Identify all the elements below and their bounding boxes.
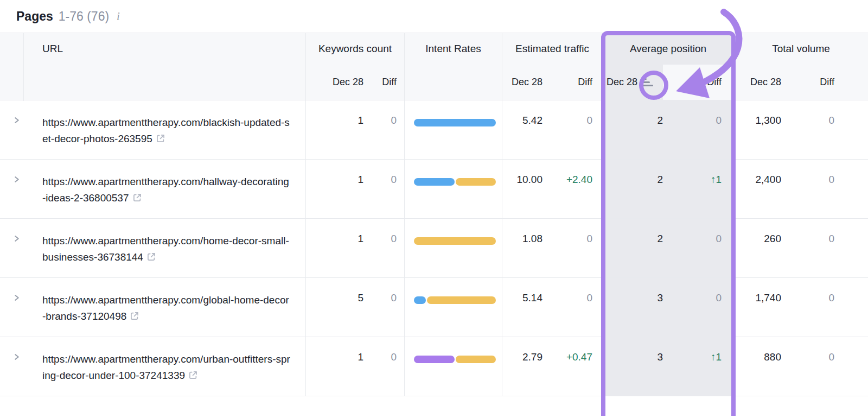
url-wrap: https://www.apartmenttherapy.com/blackis… bbox=[42, 115, 290, 147]
diff-label: Diff bbox=[820, 77, 834, 88]
date-label: Dec 28 bbox=[333, 77, 363, 88]
total-volume-cell-diff: 0 bbox=[781, 351, 868, 363]
total-volume-cell-diff: 0 bbox=[781, 233, 868, 245]
total-volume-cell-value: 260 bbox=[734, 233, 781, 245]
table-row: https://www.apartmenttherapy.com/global-… bbox=[0, 278, 868, 337]
expander-cell bbox=[0, 278, 33, 337]
date-label: Dec 28 bbox=[750, 77, 781, 88]
annotation-circle bbox=[639, 71, 668, 100]
keywords-count-cell-value: 1 bbox=[306, 233, 363, 245]
keywords-count-cell: 50 bbox=[305, 278, 404, 337]
table-header-row: URL Keywords count Dec 28 Diff Intent Ra… bbox=[0, 33, 868, 100]
estimated-traffic-cell-value: 5.42 bbox=[502, 115, 542, 126]
total-volume-label: Total volume bbox=[734, 33, 868, 65]
intent-rates-cell bbox=[404, 337, 502, 396]
url-wrap: https://www.apartmenttherapy.com/home-de… bbox=[42, 233, 290, 265]
intent-rates-cell bbox=[404, 100, 502, 159]
keywords-count-cell-diff: 0 bbox=[363, 292, 404, 304]
keywords-count-cell-diff: 0 bbox=[363, 351, 404, 363]
subcolumn-keywords-date[interactable]: Dec 28 bbox=[306, 65, 363, 100]
page-header: Pages 1-76 (76) i bbox=[0, 0, 868, 33]
page-url[interactable]: https://www.apartmenttherapy.com/global-… bbox=[42, 294, 289, 322]
column-header-intent-rates[interactable]: Intent Rates bbox=[404, 33, 502, 100]
pages-table: URL Keywords count Dec 28 Diff Intent Ra… bbox=[0, 33, 868, 396]
date-label: Dec 28 bbox=[512, 77, 542, 88]
url-wrap: https://www.apartmenttherapy.com/hallway… bbox=[42, 174, 290, 206]
total-volume-cell: 2600 bbox=[733, 219, 868, 277]
intent-segment-yellow bbox=[414, 237, 496, 245]
estimated-traffic-cell-diff: 0 bbox=[542, 292, 602, 304]
info-icon[interactable]: i bbox=[117, 10, 120, 23]
total-volume-cell: 1,7400 bbox=[733, 278, 868, 337]
intent-rate-bar bbox=[414, 237, 496, 245]
estimated-traffic-cell: 10.00+2.40 bbox=[502, 160, 602, 218]
url-cell: https://www.apartmenttherapy.com/global-… bbox=[33, 278, 305, 337]
url-cell: https://www.apartmenttherapy.com/blackis… bbox=[33, 100, 305, 159]
expand-row-button[interactable] bbox=[12, 294, 21, 302]
page-url[interactable]: https://www.apartmenttherapy.com/urban-o… bbox=[42, 353, 290, 381]
total-volume-cell-value: 1,300 bbox=[734, 115, 781, 126]
column-header-estimated-traffic[interactable]: Estimated traffic Dec 28 Diff bbox=[502, 33, 602, 100]
page-range: 1-76 (76) bbox=[59, 9, 109, 24]
expand-row-button[interactable] bbox=[12, 116, 21, 124]
intent-segment-blue bbox=[414, 178, 455, 186]
column-header-keywords-count[interactable]: Keywords count Dec 28 Diff bbox=[305, 33, 404, 100]
table-body: https://www.apartmenttherapy.com/blackis… bbox=[0, 100, 868, 396]
total-volume-cell: 8800 bbox=[733, 337, 868, 396]
intent-rates-label: Intent Rates bbox=[405, 33, 502, 65]
subcolumn-volume-date[interactable]: Dec 28 bbox=[734, 65, 781, 100]
subcolumn-keywords-diff[interactable]: Diff bbox=[363, 65, 404, 100]
expand-row-button[interactable] bbox=[12, 235, 21, 243]
total-volume-cell: 1,3000 bbox=[733, 100, 868, 159]
intent-segment-yellow bbox=[427, 296, 496, 304]
expander-cell bbox=[0, 160, 33, 218]
intent-rates-cell bbox=[404, 278, 502, 337]
estimated-traffic-cell-value: 10.00 bbox=[502, 174, 542, 186]
diff-label: Diff bbox=[382, 77, 397, 88]
intent-segment-purple bbox=[414, 356, 455, 363]
external-link-icon[interactable] bbox=[126, 311, 139, 322]
total-volume-cell-value: 2,400 bbox=[734, 174, 781, 186]
keywords-count-cell-diff: 0 bbox=[363, 115, 404, 126]
expand-row-button[interactable] bbox=[12, 353, 21, 361]
page-url[interactable]: https://www.apartmenttherapy.com/home-de… bbox=[42, 235, 289, 263]
estimated-traffic-cell: 5.420 bbox=[502, 100, 602, 159]
estimated-traffic-cell-diff: 0 bbox=[542, 115, 602, 126]
page-title: Pages bbox=[16, 9, 53, 24]
subcolumn-traffic-diff[interactable]: Diff bbox=[542, 65, 602, 100]
keywords-count-cell-diff: 0 bbox=[363, 233, 404, 245]
expander-column-header bbox=[0, 33, 33, 100]
external-link-icon[interactable] bbox=[143, 251, 156, 263]
estimated-traffic-cell-value: 5.14 bbox=[502, 292, 542, 304]
column-header-total-volume[interactable]: Total volume Dec 28 Diff bbox=[733, 33, 868, 100]
table-row: https://www.apartmenttherapy.com/home-de… bbox=[0, 219, 868, 278]
intent-rate-bar bbox=[414, 178, 496, 186]
estimated-traffic-cell-diff: 0 bbox=[542, 233, 602, 245]
page-url[interactable]: https://www.apartmenttherapy.com/hallway… bbox=[42, 176, 289, 204]
estimated-traffic-cell-diff: +0.47 bbox=[542, 351, 602, 363]
subcolumn-traffic-date[interactable]: Dec 28 bbox=[502, 65, 542, 100]
annotation-highlight-box bbox=[601, 31, 736, 416]
keywords-count-cell-diff: 0 bbox=[363, 174, 404, 186]
external-link-icon[interactable] bbox=[152, 133, 165, 144]
expand-row-button[interactable] bbox=[12, 175, 21, 183]
keywords-count-cell-value: 1 bbox=[306, 174, 363, 186]
diff-label: Diff bbox=[578, 77, 592, 88]
total-volume-cell-diff: 0 bbox=[781, 292, 868, 304]
total-volume-cell-diff: 0 bbox=[781, 115, 868, 126]
external-link-icon[interactable] bbox=[129, 192, 142, 204]
keywords-count-cell: 10 bbox=[305, 100, 404, 159]
table-row: https://www.apartmenttherapy.com/hallway… bbox=[0, 160, 868, 219]
intent-segment-blue bbox=[414, 119, 496, 126]
expander-cell bbox=[0, 219, 33, 277]
external-link-icon[interactable] bbox=[185, 370, 198, 381]
page-url[interactable]: https://www.apartmenttherapy.com/blackis… bbox=[42, 117, 290, 144]
url-cell: https://www.apartmenttherapy.com/hallway… bbox=[33, 160, 305, 218]
keywords-count-cell: 10 bbox=[305, 160, 404, 218]
keywords-count-cell: 10 bbox=[305, 219, 404, 277]
url-wrap: https://www.apartmenttherapy.com/urban-o… bbox=[42, 351, 290, 384]
subcolumn-volume-diff[interactable]: Diff bbox=[781, 65, 868, 100]
total-volume-cell-value: 880 bbox=[734, 351, 781, 363]
intent-rate-bar bbox=[414, 296, 496, 304]
intent-rates-cell bbox=[404, 160, 502, 218]
